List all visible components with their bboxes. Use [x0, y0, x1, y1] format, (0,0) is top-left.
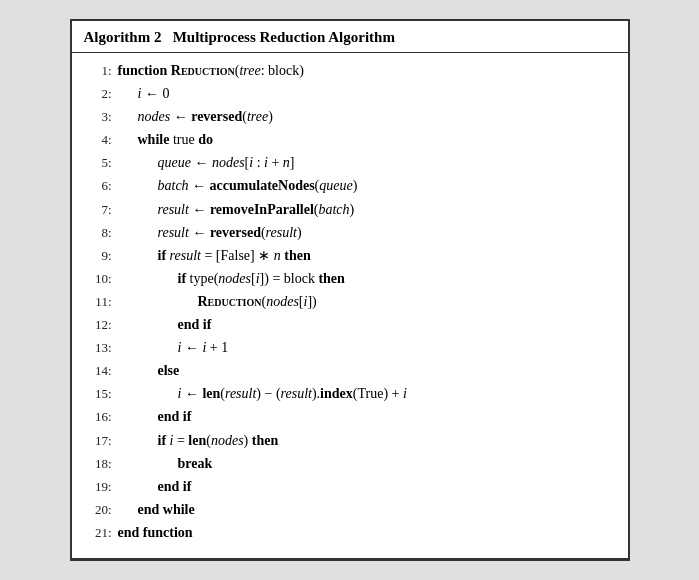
line-item: 3:nodes ← reversed(tree): [84, 105, 616, 128]
line-item: 11:Reduction(nodes[i]): [84, 290, 616, 313]
line-item: 4:while true do: [84, 128, 616, 151]
line-item: 14:else: [84, 359, 616, 382]
line-content: batch ← accumulateNodes(queue): [158, 174, 616, 197]
line-content: i ← i + 1: [178, 336, 616, 359]
line-number: 8:: [84, 222, 112, 243]
line-content: if type(nodes[i]) = block then: [178, 267, 616, 290]
line-number: 11:: [84, 291, 112, 312]
line-item: 9:if result = [False] ∗ n then: [84, 244, 616, 267]
line-content: else: [158, 359, 616, 382]
line-item: 13:i ← i + 1: [84, 336, 616, 359]
line-content: end function: [118, 521, 616, 544]
line-number: 10:: [84, 268, 112, 289]
line-number: 16:: [84, 406, 112, 427]
line-content: if i = len(nodes) then: [158, 429, 616, 452]
algorithm-label: Algorithm 2: [84, 29, 162, 45]
line-content: while true do: [138, 128, 616, 151]
line-number: 5:: [84, 152, 112, 173]
line-item: 21:end function: [84, 521, 616, 544]
line-number: 21:: [84, 522, 112, 543]
bottom-rule: [72, 558, 628, 559]
line-item: 19:end if: [84, 475, 616, 498]
line-number: 19:: [84, 476, 112, 497]
line-content: Reduction(nodes[i]): [198, 290, 616, 313]
line-content: if result = [False] ∗ n then: [158, 244, 616, 267]
line-item: 1:function Reduction(tree: block): [84, 59, 616, 82]
line-content: queue ← nodes[i : i + n]: [158, 151, 616, 174]
algorithm-title: Multiprocess Reduction Algorithm: [173, 29, 395, 45]
line-number: 20:: [84, 499, 112, 520]
line-item: 18:break: [84, 452, 616, 475]
line-content: end if: [158, 405, 616, 428]
line-content: end if: [178, 313, 616, 336]
line-content: result ← reversed(result): [158, 221, 616, 244]
line-content: nodes ← reversed(tree): [138, 105, 616, 128]
line-content: function Reduction(tree: block): [118, 59, 616, 82]
line-item: 15:i ← len(result) − (result).index(True…: [84, 382, 616, 405]
algorithm-body: 1:function Reduction(tree: block)2:i ← 0…: [72, 53, 628, 554]
line-number: 4:: [84, 129, 112, 150]
line-item: 6:batch ← accumulateNodes(queue): [84, 174, 616, 197]
line-number: 14:: [84, 360, 112, 381]
line-number: 13:: [84, 337, 112, 358]
line-number: 1:: [84, 60, 112, 81]
line-number: 3:: [84, 106, 112, 127]
line-item: 5:queue ← nodes[i : i + n]: [84, 151, 616, 174]
line-item: 17:if i = len(nodes) then: [84, 429, 616, 452]
algorithm-header: Algorithm 2 Multiprocess Reduction Algor…: [72, 21, 628, 53]
line-number: 18:: [84, 453, 112, 474]
line-item: 2:i ← 0: [84, 82, 616, 105]
line-content: end while: [138, 498, 616, 521]
line-number: 2:: [84, 83, 112, 104]
line-content: result ← removeInParallel(batch): [158, 198, 616, 221]
line-content: break: [178, 452, 616, 475]
line-content: end if: [158, 475, 616, 498]
line-number: 9:: [84, 245, 112, 266]
line-item: 7:result ← removeInParallel(batch): [84, 198, 616, 221]
algorithm-box: Algorithm 2 Multiprocess Reduction Algor…: [70, 19, 630, 561]
line-number: 6:: [84, 175, 112, 196]
line-number: 15:: [84, 383, 112, 404]
line-item: 20:end while: [84, 498, 616, 521]
line-item: 10:if type(nodes[i]) = block then: [84, 267, 616, 290]
line-content: i ← len(result) − (result).index(True) +…: [178, 382, 616, 405]
line-item: 8:result ← reversed(result): [84, 221, 616, 244]
line-number: 12:: [84, 314, 112, 335]
line-item: 12:end if: [84, 313, 616, 336]
line-item: 16:end if: [84, 405, 616, 428]
line-number: 17:: [84, 430, 112, 451]
line-number: 7:: [84, 199, 112, 220]
line-content: i ← 0: [138, 82, 616, 105]
